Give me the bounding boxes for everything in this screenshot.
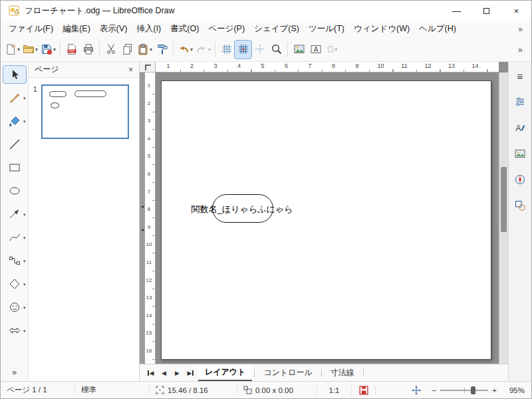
scrollbar-thumb[interactable] (501, 167, 507, 232)
ruler-number: 14 (471, 63, 478, 69)
layer-tab-dimension-lines[interactable]: 寸法線 (324, 364, 361, 381)
select-tool[interactable] (3, 66, 26, 83)
menu-item-tools[interactable]: ツール(T) (304, 21, 349, 37)
print-button[interactable] (80, 41, 96, 59)
previous-layer-button[interactable]: ◀ (158, 364, 170, 381)
sidebar-gallery-icon[interactable] (511, 145, 529, 162)
page[interactable]: 関数名_ほりゃらふにゃら (161, 80, 491, 360)
splitter-arrow-icon: ◂ (141, 227, 144, 233)
dropdown-icon: ▾ (23, 235, 26, 241)
save-button[interactable]: ▾ (39, 41, 57, 59)
helplines-button[interactable] (251, 41, 268, 59)
ruler-number: 11 (401, 63, 407, 69)
insert-textbox-button[interactable]: A (307, 41, 324, 59)
line-tool[interactable] (3, 136, 26, 153)
lines-and-arrows-tool[interactable]: ▾ (3, 205, 26, 223)
window-title: フローチャート.odg — LibreOffice Draw (25, 5, 175, 17)
toolbar-separator (215, 42, 215, 57)
last-layer-button[interactable]: ▶ (185, 364, 196, 381)
vertical-scrollbar[interactable] (499, 72, 508, 364)
menu-item-format[interactable]: 書式(O) (166, 21, 203, 37)
zoom-button[interactable] (268, 41, 285, 59)
block-arrows-tool[interactable]: ▾ (3, 322, 26, 339)
sidebar-shapes-icon[interactable] (511, 197, 529, 214)
menu-overflow-icon[interactable]: » (513, 25, 528, 34)
zoom-slider[interactable] (440, 386, 488, 395)
undo-button[interactable]: ▾ (176, 41, 194, 59)
cursor-position-value: 15.46 / 8.16 (168, 386, 208, 394)
first-layer-button[interactable]: ◀ (145, 364, 156, 381)
layer-tab-controls[interactable]: コントロール (257, 364, 319, 381)
basic-shapes-tool[interactable]: ▾ (3, 275, 26, 293)
v-ruler[interactable]: 12345678910111213141516 (145, 72, 156, 364)
maximize-button[interactable] (471, 1, 501, 21)
close-button[interactable]: × (501, 1, 531, 21)
ruler-origin[interactable] (140, 62, 156, 72)
statusbar-modified[interactable] (352, 385, 376, 395)
statusbar-layer[interactable]: 標準 (75, 385, 150, 395)
menu-item-help[interactable]: ヘルプ(H) (414, 21, 461, 37)
rectangle-tool[interactable] (3, 159, 26, 176)
menu-item-page[interactable]: ページ(P) (203, 21, 249, 37)
connector-tool[interactable]: ▾ (3, 252, 26, 269)
menu-item-shape[interactable]: シェイプ(S) (249, 21, 304, 37)
dropdown-icon: ▾ (53, 47, 56, 53)
sidebar-styles-icon[interactable]: A (511, 119, 529, 136)
toolbar-overflow-icon[interactable]: » (512, 45, 529, 55)
zoom-out-button[interactable]: − (432, 386, 437, 394)
pages-panel-close-icon[interactable]: × (128, 65, 133, 74)
ruler-number: 12 (145, 277, 153, 283)
sidebar-navigator-icon[interactable] (511, 171, 529, 188)
drawing-area[interactable]: 関数名_ほりゃらふにゃら (156, 72, 499, 364)
new-document-button[interactable]: ▾ (3, 41, 21, 59)
menu-item-edit[interactable]: 編集(E) (58, 21, 95, 37)
fill-color-tool[interactable]: ▾ (3, 112, 26, 130)
ruler-number: 13 (448, 63, 455, 69)
menu-item-view[interactable]: 表示(V) (95, 21, 132, 37)
display-grid-button[interactable] (218, 41, 235, 59)
page-indicator: ページ 1 / 1 (7, 385, 47, 395)
open-button[interactable]: ▾ (21, 41, 39, 59)
layer-tab-layout[interactable]: レイアウト (198, 364, 252, 381)
curve-tool[interactable]: ▾ (3, 229, 26, 246)
pages-panel: ページ × 1 (29, 62, 140, 381)
pages-panel-title: ページ (35, 64, 59, 75)
zoom-slider-center-mark (464, 388, 465, 393)
nav-next-icon: ▶ (188, 370, 192, 376)
symbol-shapes-tool[interactable]: ▾ (3, 299, 26, 316)
minimize-button[interactable]: — (442, 1, 471, 21)
cut-button[interactable] (102, 41, 119, 59)
statusbar-scale[interactable]: 1:1 (317, 385, 352, 395)
special-character-button[interactable]: Ω ▾ (324, 41, 340, 59)
dropdown-icon: ▾ (208, 47, 211, 53)
insert-image-button[interactable] (291, 41, 307, 59)
line-style-tool[interactable]: ▾ (3, 89, 26, 106)
h-ruler[interactable]: 1234567891011121314 (156, 62, 499, 72)
menu-item-insert[interactable]: 挿入(I) (132, 21, 166, 37)
ruler-number: 6 (145, 171, 153, 177)
redo-icon (196, 43, 207, 55)
export-pdf-button[interactable]: PDF (63, 41, 80, 59)
menu-item-window[interactable]: ウィンドウ(W) (349, 21, 414, 37)
ellipse-tool[interactable] (3, 182, 26, 200)
next-layer-button[interactable]: ▶ (172, 364, 183, 381)
drawing-toolbar-overflow-icon[interactable]: » (12, 367, 17, 377)
sidebar-menu-icon[interactable]: ≡ (511, 67, 529, 84)
application-window: フローチャート.odg — LibreOffice Draw — × ファイル(… (0, 0, 532, 399)
redo-button[interactable]: ▾ (194, 41, 212, 59)
clone-formatting-button[interactable] (154, 41, 170, 59)
scale-value: 1:1 (329, 386, 340, 394)
panel-splitter[interactable]: ◂ ◂ (140, 72, 145, 364)
zoom-in-button[interactable]: + (492, 386, 497, 394)
page-thumbnail[interactable] (41, 84, 129, 139)
paste-button[interactable]: ▾ (136, 41, 154, 59)
fit-page-button[interactable] (406, 385, 427, 395)
zoom-slider-thumb[interactable] (471, 386, 475, 394)
sidebar-properties-icon[interactable] (511, 93, 529, 110)
copy-button[interactable] (119, 41, 136, 59)
shape-text[interactable]: 関数名_ほりゃらふにゃら (192, 203, 293, 215)
zoom-level[interactable]: 95% (502, 386, 531, 394)
paint-roller-icon (156, 43, 168, 55)
snap-to-grid-button[interactable] (235, 41, 251, 59)
menu-item-file[interactable]: ファイル(F) (4, 21, 58, 37)
